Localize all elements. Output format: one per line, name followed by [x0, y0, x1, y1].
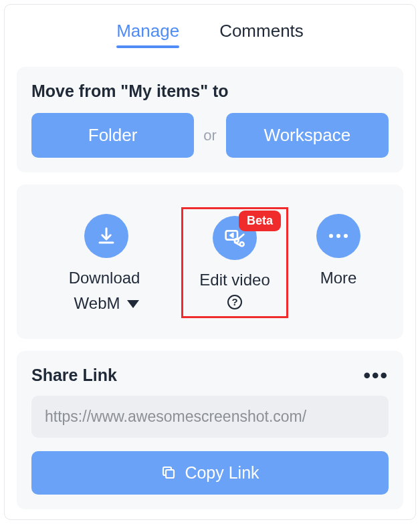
move-panel: Move from "My items" to Folder or Worksp… [17, 67, 403, 172]
tabs: Manage Comments [5, 5, 415, 55]
tab-comments[interactable]: Comments [219, 21, 304, 48]
tab-manage[interactable]: Manage [116, 21, 179, 48]
share-title: Share Link [31, 366, 117, 385]
actions-panel: Download WebM Beta [17, 184, 403, 339]
svg-point-5 [344, 234, 348, 238]
share-panel: Share Link ••• Copy Link [17, 351, 403, 509]
workspace-button[interactable]: Workspace [226, 113, 389, 158]
beta-badge: Beta [239, 211, 281, 231]
download-icon [84, 214, 128, 258]
share-url-input[interactable] [31, 396, 389, 438]
more-action[interactable]: More [288, 207, 389, 295]
move-row: Folder or Workspace [31, 113, 389, 158]
more-icon [316, 214, 360, 258]
copy-icon [161, 465, 177, 481]
download-action[interactable]: Download WebM [31, 207, 181, 321]
folder-button[interactable]: Folder [31, 113, 194, 158]
share-more-button[interactable]: ••• [363, 370, 389, 380]
edit-video-action[interactable]: Beta Edit video ? [181, 207, 288, 318]
move-title: Move from "My items" to [31, 82, 389, 101]
svg-point-3 [329, 234, 333, 238]
chevron-down-icon [127, 300, 139, 308]
svg-rect-6 [166, 470, 174, 478]
edit-video-label: Edit video ? [197, 269, 273, 309]
or-text: or [203, 127, 217, 144]
download-label: Download WebM [45, 267, 168, 315]
svg-point-4 [336, 234, 340, 238]
help-icon[interactable]: ? [227, 295, 242, 309]
more-label: More [320, 267, 357, 289]
copy-link-button[interactable]: Copy Link [31, 451, 389, 495]
